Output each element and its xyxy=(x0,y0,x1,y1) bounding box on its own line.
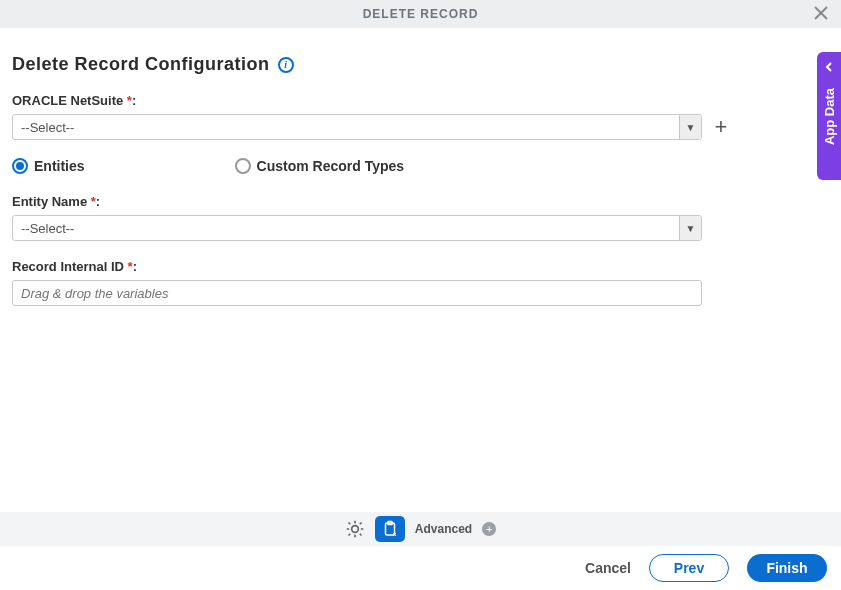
cancel-button[interactable]: Cancel xyxy=(585,560,631,576)
close-icon[interactable] xyxy=(813,5,831,23)
page-title: Delete Record Configuration xyxy=(12,54,270,75)
prev-button[interactable]: Prev xyxy=(649,554,729,582)
advanced-label: Advanced xyxy=(415,522,472,536)
modal-title: DELETE RECORD xyxy=(363,7,479,21)
radio-entities-label: Entities xyxy=(34,158,85,174)
app-data-tab-label: App Data xyxy=(822,88,837,145)
entity-name-select-value: --Select-- xyxy=(21,221,74,236)
app-data-tab[interactable]: App Data xyxy=(817,52,841,180)
connection-row: --Select-- ▼ + xyxy=(12,114,829,140)
record-internal-id-input[interactable] xyxy=(12,280,702,306)
radio-entities[interactable]: Entities xyxy=(12,158,85,174)
finish-button[interactable]: Finish xyxy=(747,554,827,582)
add-connection-icon[interactable]: + xyxy=(712,118,730,136)
entity-name-select[interactable]: --Select-- ▼ xyxy=(12,215,702,241)
required-asterisk: * xyxy=(128,259,133,274)
clipboard-delete-icon[interactable]: x xyxy=(375,516,405,542)
page-title-row: Delete Record Configuration i xyxy=(12,54,829,75)
modal-header: DELETE RECORD xyxy=(0,0,841,28)
entity-name-label: Entity Name *: xyxy=(12,194,829,209)
record-type-radio-group: Entities Custom Record Types xyxy=(12,158,829,174)
radio-custom-label: Custom Record Types xyxy=(257,158,405,174)
record-internal-id-label: Record Internal ID *: xyxy=(12,259,829,274)
required-asterisk: * xyxy=(127,93,132,108)
advanced-expand-icon[interactable]: + xyxy=(482,522,496,536)
radio-custom-record-types[interactable]: Custom Record Types xyxy=(235,158,405,174)
connection-label: ORACLE NetSuite *: xyxy=(12,93,829,108)
radio-button-icon xyxy=(235,158,251,174)
connection-select[interactable]: --Select-- ▼ xyxy=(12,114,702,140)
chevron-down-icon: ▼ xyxy=(679,115,701,139)
radio-button-icon xyxy=(12,158,28,174)
content-area: Delete Record Configuration i ORACLE Net… xyxy=(0,28,841,306)
info-icon[interactable]: i xyxy=(278,57,294,73)
chevron-left-icon xyxy=(824,62,834,72)
required-asterisk: * xyxy=(91,194,96,209)
connection-select-value: --Select-- xyxy=(21,120,74,135)
bottom-bar: x Advanced + xyxy=(0,512,841,546)
chevron-down-icon: ▼ xyxy=(679,216,701,240)
svg-text:x: x xyxy=(393,531,397,537)
footer: Cancel Prev Finish xyxy=(0,546,841,590)
gear-icon[interactable] xyxy=(345,519,365,539)
